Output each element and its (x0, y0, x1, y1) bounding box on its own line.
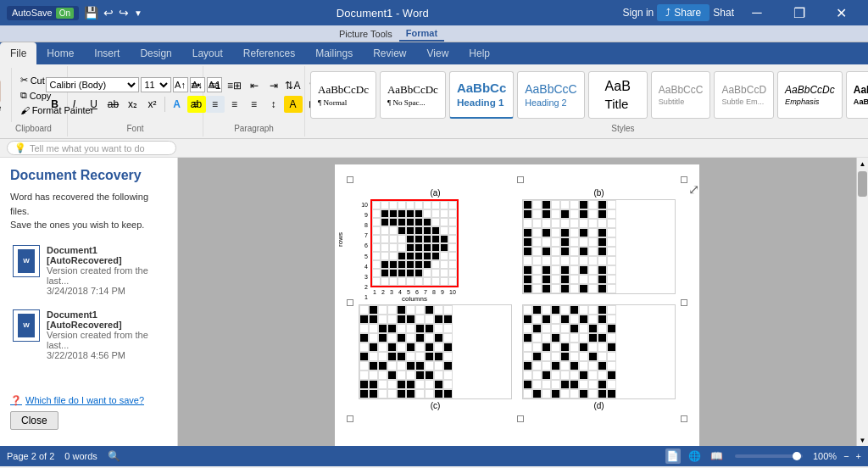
grid-cell (542, 265, 551, 275)
tab-insert[interactable]: Insert (84, 42, 130, 64)
italic-button[interactable]: I (65, 96, 84, 113)
sign-in-button[interactable]: Sign in (623, 7, 654, 19)
bold-button[interactable]: B (46, 96, 64, 113)
style-heading2[interactable]: AaBbCcCHeading 2 (517, 71, 584, 119)
zoom-thumb[interactable] (793, 452, 801, 460)
tab-design[interactable]: Design (130, 42, 181, 64)
tab-file[interactable]: File (0, 42, 36, 64)
style-subtle[interactable]: AaBbCcDSubtle Em... (714, 71, 774, 119)
handle-bm[interactable] (517, 415, 524, 422)
justify-button[interactable]: ≡ (245, 96, 264, 113)
align-center-button[interactable]: ≡ (206, 96, 225, 113)
tab-review[interactable]: Review (363, 42, 416, 64)
grid-cell (588, 333, 598, 343)
tab-layout[interactable]: Layout (182, 42, 233, 64)
grid-cell (440, 277, 448, 286)
grid-cell (369, 324, 378, 333)
decrease-indent-button[interactable]: ⇤ (245, 77, 264, 94)
sort-button[interactable]: ⇅A (284, 77, 303, 94)
superscript-button[interactable]: x² (143, 96, 162, 113)
zoom-slider[interactable] (735, 454, 803, 458)
doc-item-1[interactable]: W Document1 [AutoRecovered] Version crea… (10, 242, 167, 298)
handle-br[interactable] (681, 415, 687, 422)
redo-icon[interactable]: ↪ (119, 6, 129, 20)
grid-cell (532, 275, 542, 284)
increase-indent-button[interactable]: ⇥ (264, 77, 283, 94)
style-subtitle[interactable]: AaBbCcCSubtitle (651, 71, 711, 119)
format-tab[interactable]: Format (399, 26, 444, 42)
handle-tr[interactable] (681, 176, 687, 183)
grid-cell (598, 247, 607, 256)
scroll-down-button[interactable]: ▼ (857, 434, 868, 446)
close-button[interactable]: ✕ (822, 0, 861, 25)
autosave-pill[interactable]: AutoSave On (7, 6, 79, 20)
tell-me-input[interactable]: 💡 Tell me what you want to do (7, 141, 176, 155)
tab-view[interactable]: View (417, 42, 459, 64)
scroll-thumb[interactable] (858, 171, 867, 197)
handle-bl[interactable] (347, 415, 353, 422)
handle-mr[interactable] (681, 299, 687, 306)
share-button[interactable]: ⤴ Share (657, 4, 709, 21)
align-left-button[interactable]: ≡ (186, 96, 205, 113)
align-right-button[interactable]: ≡ (225, 96, 244, 113)
style-normal[interactable]: AaBbCcDc¶ Normal (310, 71, 376, 119)
tab-references[interactable]: References (233, 42, 305, 64)
grid-cell (406, 243, 415, 252)
which-file-link[interactable]: ❓ Which file do I want to save? (10, 395, 167, 406)
style-title[interactable]: AaBTitle (588, 71, 648, 119)
multilevel-button[interactable]: ≡⊞ (225, 77, 244, 94)
grid-cell (415, 252, 423, 260)
zoom-out-button[interactable]: − (843, 451, 849, 461)
read-mode-button[interactable]: 📖 (709, 448, 725, 464)
grid-cell (448, 201, 457, 209)
restore-button[interactable]: ❐ (780, 0, 819, 25)
strikethrough-button[interactable]: ab (104, 96, 123, 113)
grid-cell (397, 389, 406, 398)
close-recovery-button[interactable]: Close (10, 411, 58, 430)
grid-cell (372, 269, 381, 277)
grid-cell (448, 209, 457, 218)
font-size-select[interactable]: 11 (141, 77, 171, 92)
shading-button[interactable]: A (284, 96, 303, 113)
grid-cell (579, 200, 588, 209)
style-more-emphasis[interactable]: AaBbCcDcAaBbCcDc (846, 71, 868, 119)
print-layout-button[interactable]: 📄 (665, 448, 681, 464)
customize-icon[interactable]: ▼ (134, 8, 142, 18)
scroll-up-button[interactable]: ▲ (857, 158, 868, 170)
tab-home[interactable]: Home (36, 42, 84, 64)
text-effects-button[interactable]: A (168, 96, 186, 113)
subscript-button[interactable]: x₂ (124, 96, 142, 113)
handle-tm[interactable] (517, 176, 524, 183)
save-icon[interactable]: 💾 (84, 6, 98, 20)
style-heading1[interactable]: AaBbCcHeading 1 (449, 71, 514, 119)
figure-a-label: (a) (359, 188, 512, 198)
undo-icon[interactable]: ↩ (103, 6, 114, 20)
grid-cell (372, 218, 381, 226)
tab-mailings[interactable]: Mailings (305, 42, 363, 64)
bullets-button[interactable]: ≡• (186, 77, 205, 94)
grid-cell (372, 277, 381, 286)
grid-cell (607, 200, 616, 209)
zoom-in-button[interactable]: + (856, 451, 861, 461)
handle-tl[interactable] (347, 176, 353, 183)
font-name-select[interactable]: Calibri (Body) (46, 77, 139, 92)
grid-cell (523, 380, 532, 389)
minimize-button[interactable]: ─ (737, 0, 776, 25)
resize-icon[interactable]: ⤢ (688, 181, 699, 198)
language-icon[interactable]: 🔍 (108, 450, 120, 462)
grid-cell (378, 324, 387, 333)
chat-button[interactable]: Shat (713, 7, 734, 19)
paste-button[interactable]: 📋 Paste (0, 68, 12, 122)
line-spacing-button[interactable]: ↕ (264, 96, 283, 113)
grid-cell (434, 352, 443, 361)
web-layout-button[interactable]: 🌐 (687, 448, 703, 464)
scroll-track[interactable] (857, 170, 868, 434)
grid-cell (607, 228, 616, 237)
numbering-button[interactable]: ≡1 (206, 77, 225, 94)
style-nospace[interactable]: AaBbCcDc¶ No Spac... (380, 71, 446, 119)
tab-help[interactable]: Help (459, 42, 500, 64)
style-emphasis[interactable]: AaBbCcDcEmphasis (777, 71, 843, 119)
handle-ml[interactable] (347, 299, 353, 306)
underline-button[interactable]: U (85, 96, 103, 113)
doc-item-2[interactable]: W Document1 [AutoRecovered] Version crea… (10, 307, 167, 363)
